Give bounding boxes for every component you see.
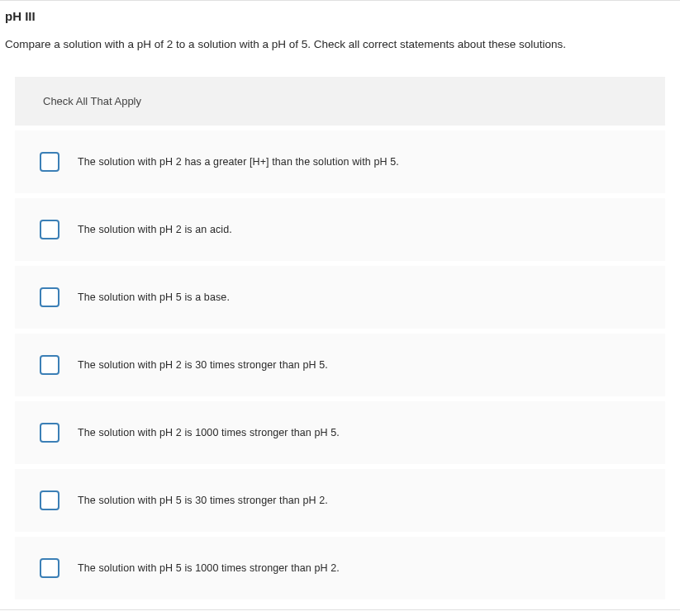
option-label: The solution with pH 2 has a greater [H+… — [78, 156, 399, 168]
option-label: The solution with pH 5 is a base. — [78, 291, 230, 303]
question-title: pH III — [0, 1, 680, 26]
option-label: The solution with pH 5 is 30 times stron… — [78, 495, 328, 506]
option-row: The solution with pH 5 is 30 times stron… — [15, 469, 665, 532]
option-row: The solution with pH 5 is a base. — [15, 266, 665, 329]
option-checkbox-6[interactable] — [40, 490, 59, 510]
option-checkbox-5[interactable] — [40, 423, 59, 443]
question-prompt: Compare a solution with a pH of 2 to a s… — [0, 26, 680, 67]
option-label: The solution with pH 2 is 1000 times str… — [78, 427, 340, 438]
option-row: The solution with pH 2 is 30 times stron… — [15, 334, 665, 396]
option-checkbox-7[interactable] — [40, 558, 59, 578]
instruction-bar: Check All That Apply — [15, 77, 665, 126]
option-checkbox-1[interactable] — [40, 152, 59, 172]
option-label: The solution with pH 2 is an acid. — [78, 224, 232, 235]
option-label: The solution with pH 2 is 30 times stron… — [78, 359, 328, 371]
option-label: The solution with pH 5 is 1000 times str… — [78, 562, 340, 574]
option-row: The solution with pH 2 is an acid. — [15, 198, 665, 261]
option-checkbox-3[interactable] — [40, 287, 59, 307]
option-checkbox-2[interactable] — [40, 220, 59, 239]
options-area: The solution with pH 2 has a greater [H+… — [0, 130, 680, 599]
question-container: pH III Compare a solution with a pH of 2… — [0, 0, 680, 610]
option-row: The solution with pH 5 is 1000 times str… — [15, 537, 665, 599]
option-checkbox-4[interactable] — [40, 355, 59, 375]
option-row: The solution with pH 2 has a greater [H+… — [15, 130, 665, 193]
option-row: The solution with pH 2 is 1000 times str… — [15, 401, 665, 464]
